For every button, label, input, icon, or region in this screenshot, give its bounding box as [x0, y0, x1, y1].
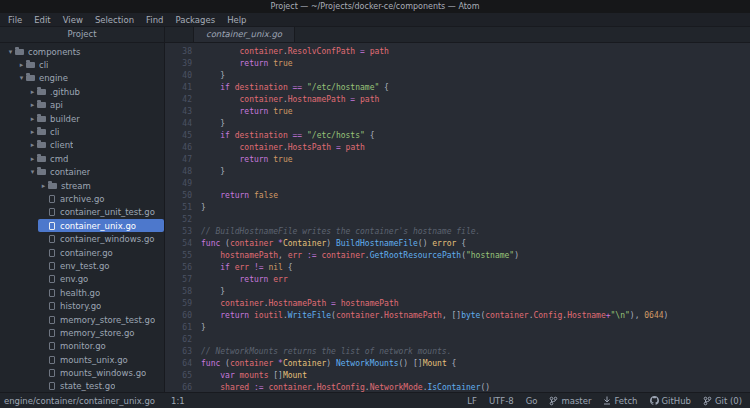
chevron-right-icon: ▸: [39, 182, 48, 190]
tree-item-label: cli: [39, 60, 48, 70]
tree-item-cmd[interactable]: ▸cmd: [0, 152, 164, 165]
menu-packages[interactable]: Packages: [169, 13, 221, 26]
tree-item-client[interactable]: ▸client: [0, 139, 164, 152]
tree-item-health-go[interactable]: health.go: [0, 286, 164, 299]
tab-container-unix-go[interactable]: container_unix.go: [193, 27, 295, 42]
line-number: 57: [165, 274, 192, 286]
code-line: 55 hostnamePath, err := container.GetRoo…: [165, 250, 750, 262]
tree-item-label: env_test.go: [60, 261, 110, 271]
line-number: 64: [165, 358, 192, 370]
line-number: 60: [165, 310, 192, 322]
tree-item-env_test-go[interactable]: env_test.go: [0, 259, 164, 272]
code-line: 56 if err != nil {: [165, 262, 750, 274]
tree-item-cli[interactable]: ▸cli: [0, 125, 164, 138]
tree-item-mounts_windows-go[interactable]: mounts_windows.go: [0, 366, 164, 379]
status-item-label: Git (0): [715, 396, 742, 406]
tree-item-memory_store_test-go[interactable]: memory_store_test.go: [0, 313, 164, 326]
tree-item-label: history.go: [60, 301, 101, 311]
folder-icon: [37, 169, 46, 175]
folder-icon: [37, 89, 46, 95]
file-icon: [49, 342, 55, 350]
line-number: 62: [165, 334, 192, 346]
code-line: 42 container.HostnamePath = path: [165, 94, 750, 106]
tree-item-builder[interactable]: ▸builder: [0, 112, 164, 125]
tree-item-container_unit_test-go[interactable]: container_unit_test.go: [0, 206, 164, 219]
code-line: 60 return ioutil.WriteFile(container.Hos…: [165, 310, 750, 322]
tree-item-components[interactable]: ▾components: [0, 45, 164, 58]
tree-item-api[interactable]: ▸api: [0, 99, 164, 112]
code-line: 59 container.HostnamePath = hostnamePath: [165, 298, 750, 310]
project-panel-label: Project: [67, 29, 96, 39]
tree-item-label: .github: [50, 87, 80, 97]
tree-item-label: container.go: [60, 248, 113, 258]
status-cursor-position[interactable]: 1:1: [171, 396, 185, 406]
code-editor[interactable]: 37 if destination == "/etc/resolv.conf" …: [165, 43, 750, 392]
tree-item-archive-go[interactable]: archive.go: [0, 192, 164, 205]
tree-item-mounts_unix-go[interactable]: mounts_unix.go: [0, 353, 164, 366]
menu-edit[interactable]: Edit: [28, 13, 56, 26]
tree-item-container_unix-go[interactable]: container_unix.go: [0, 219, 164, 232]
chevron-down-icon: ▾: [17, 74, 26, 82]
menubar: FileEditViewSelectionFindPackagesHelp: [0, 13, 750, 27]
tree-item-label: api: [50, 100, 63, 110]
tree-item-label: engine: [39, 73, 68, 83]
tree-item-label: mounts_unix.go: [60, 355, 128, 365]
chevron-right-icon: ▸: [17, 61, 26, 69]
status-lf[interactable]: LF: [467, 396, 477, 406]
tree-item-history-go[interactable]: history.go: [0, 299, 164, 312]
file-icon: [49, 249, 55, 257]
folder-icon: [37, 156, 46, 162]
tree-item-label: container_unix.go: [60, 221, 136, 231]
file-icon: [49, 235, 55, 243]
line-number: 47: [165, 154, 192, 166]
file-icon: [49, 275, 55, 283]
tree-item-state_test-go[interactable]: state_test.go: [0, 380, 164, 392]
tree-item-env-go[interactable]: env.go: [0, 273, 164, 286]
file-icon: [49, 382, 55, 390]
status-master[interactable]: master: [549, 396, 591, 406]
file-icon: [49, 302, 55, 310]
menu-selection[interactable]: Selection: [89, 13, 140, 26]
line-number: 48: [165, 166, 192, 178]
chevron-right-icon: ▸: [28, 115, 37, 123]
status-item-label: GitHub: [662, 396, 691, 406]
tree-item-label: state_test.go: [60, 381, 115, 391]
line-number: 50: [165, 190, 192, 202]
status-git-0-[interactable]: Git (0): [703, 396, 742, 406]
code-line: 38 container.ResolvConfPath = path: [165, 46, 750, 58]
folder-icon: [26, 62, 35, 68]
tree-item-engine[interactable]: ▾engine: [0, 72, 164, 85]
folder-icon: [37, 129, 46, 135]
tree-item-stream[interactable]: ▸stream: [0, 179, 164, 192]
tree-item-cli[interactable]: ▸cli: [0, 58, 164, 71]
tree-item--github[interactable]: ▸.github: [0, 85, 164, 98]
status-utf-8[interactable]: UTF-8: [489, 396, 514, 406]
tree-item-container_windows-go[interactable]: container_windows.go: [0, 232, 164, 245]
menu-help[interactable]: Help: [221, 13, 252, 26]
code-line: 45 if destination == "/etc/hosts" {: [165, 130, 750, 142]
chevron-down-icon: ▾: [6, 48, 15, 56]
tree-item-monitor-go[interactable]: monitor.go: [0, 340, 164, 353]
menu-view[interactable]: View: [57, 13, 89, 26]
code-line: 49: [165, 178, 750, 190]
status-github[interactable]: GitHub: [650, 396, 691, 406]
tree-item-memory_store-go[interactable]: memory_store.go: [0, 326, 164, 339]
status-go[interactable]: Go: [526, 396, 538, 406]
tree-item-container[interactable]: ▾container: [0, 166, 164, 179]
code-line: 40 }: [165, 70, 750, 82]
editor-pane: container_unix.go 37 if destination == "…: [165, 27, 750, 392]
github-icon: [650, 396, 659, 405]
tree-item-label: mounts_windows.go: [60, 368, 146, 378]
file-icon: [49, 195, 55, 203]
project-panel-tab[interactable]: Project: [0, 27, 164, 43]
line-number: 63: [165, 346, 192, 358]
status-fetch[interactable]: Fetch: [603, 396, 637, 406]
code-line: 43 return true: [165, 106, 750, 118]
status-item-label: UTF-8: [489, 396, 514, 406]
status-bar: engine/container/container_unix.go 1:1 L…: [0, 392, 750, 408]
menu-find[interactable]: Find: [140, 13, 169, 26]
tree-item-container-go[interactable]: container.go: [0, 246, 164, 259]
menu-file[interactable]: File: [2, 13, 28, 26]
tree-item-label: monitor.go: [60, 341, 106, 351]
folder-icon: [37, 142, 46, 148]
